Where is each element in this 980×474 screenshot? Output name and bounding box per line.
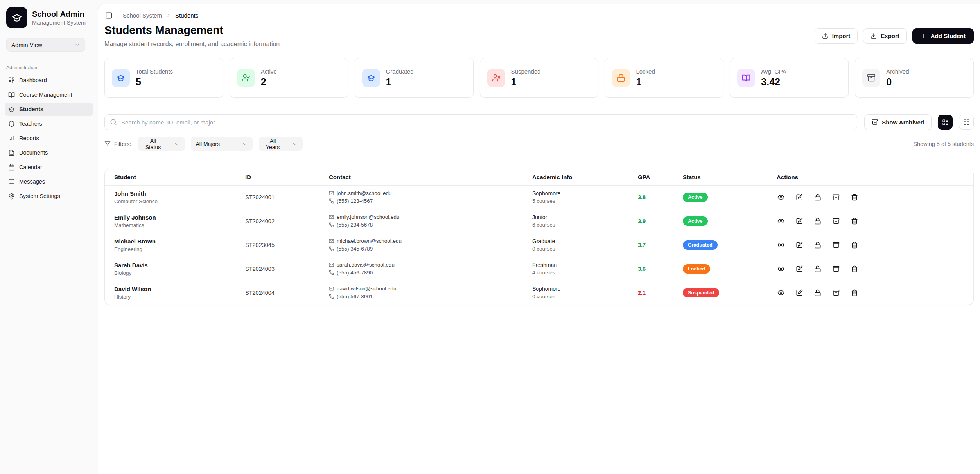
student-email: john.smith@school.edu	[337, 190, 392, 196]
lock-button[interactable]	[813, 193, 822, 202]
stat-card-locked: Locked1	[605, 58, 723, 98]
add-student-button-label: Add Student	[931, 32, 966, 39]
delete-button[interactable]	[850, 241, 859, 249]
student-year: Graduate	[532, 238, 625, 244]
sidebar-item-dashboard[interactable]: Dashboard	[5, 74, 93, 87]
delete-button[interactable]	[850, 193, 859, 202]
trash-icon	[851, 242, 858, 249]
lock-button[interactable]	[813, 217, 822, 225]
sidebar-item-label: System Settings	[19, 193, 60, 199]
view-button[interactable]	[777, 241, 785, 249]
student-name[interactable]: Michael Brown	[114, 238, 232, 245]
lock-button[interactable]	[813, 265, 822, 273]
edit-button[interactable]	[795, 241, 804, 249]
sidebar-item-reports[interactable]: Reports	[5, 132, 93, 145]
archive-icon	[833, 242, 840, 249]
role-selector-value: Admin View	[11, 41, 42, 48]
edit-icon	[796, 289, 803, 296]
sidebar-item-calendar[interactable]: Calendar	[5, 160, 93, 174]
list-view-toggle[interactable]	[938, 115, 953, 130]
stat-card-avg-gpa: Avg. GPA3.42	[730, 58, 849, 98]
column-header-student: Student	[105, 169, 236, 185]
student-year: Sophomore	[532, 286, 625, 292]
mail-icon	[329, 238, 334, 243]
panel-left-icon	[105, 12, 113, 19]
status-filter-select[interactable]: All Status	[138, 137, 185, 151]
gear-icon	[8, 193, 15, 200]
archive-button[interactable]	[832, 265, 840, 273]
stat-label: Graduated	[386, 68, 414, 75]
sidebar-toggle-button[interactable]	[104, 11, 113, 20]
phone-icon	[329, 246, 334, 251]
archive-icon	[833, 218, 840, 225]
sidebar-item-messages[interactable]: Messages	[5, 175, 93, 188]
edit-button[interactable]	[795, 288, 804, 297]
table-row: Michael Brown Engineering ST2023045 mich…	[105, 233, 973, 257]
lock-button[interactable]	[813, 288, 822, 297]
student-major: Mathematics	[114, 222, 232, 228]
archive-icon	[833, 265, 840, 272]
delete-button[interactable]	[850, 217, 859, 225]
view-button[interactable]	[777, 217, 785, 225]
export-button[interactable]: Export	[863, 28, 907, 44]
lock-icon	[612, 69, 630, 87]
trash-icon	[851, 194, 858, 201]
stat-value: 1	[386, 76, 414, 88]
student-major: Biology	[114, 270, 232, 276]
student-phone: (555) 345-6789	[337, 246, 373, 252]
stat-value: 3.42	[761, 76, 786, 88]
status-badge: Active	[683, 193, 708, 202]
delete-button[interactable]	[850, 288, 859, 297]
archive-button[interactable]	[832, 217, 840, 225]
file-text-icon	[8, 150, 15, 156]
edit-button[interactable]	[795, 265, 804, 273]
view-button[interactable]	[777, 265, 785, 273]
brand: School Admin Management System	[5, 6, 93, 29]
import-button[interactable]: Import	[815, 28, 858, 44]
student-name[interactable]: John Smith	[114, 190, 232, 197]
filters-bar: Filters: All Status All Majors All Years…	[104, 137, 974, 151]
dashboard-icon	[8, 77, 15, 84]
archive-button[interactable]	[832, 241, 840, 249]
message-icon	[8, 178, 15, 185]
archive-button[interactable]	[832, 288, 840, 297]
search-input[interactable]	[104, 114, 857, 130]
show-archived-button[interactable]: Show Archived	[864, 114, 932, 130]
student-phone: (555) 234-5678	[337, 222, 373, 228]
student-email: emily.johnson@school.edu	[337, 214, 400, 220]
brand-title: School Admin	[32, 9, 86, 19]
majors-filter-select[interactable]: All Majors	[191, 137, 253, 151]
view-button[interactable]	[777, 288, 785, 297]
sidebar-item-documents[interactable]: Documents	[5, 146, 93, 159]
sidebar-item-system-settings[interactable]: System Settings	[5, 189, 93, 203]
add-student-button[interactable]: Add Student	[912, 28, 974, 44]
sidebar-item-label: Students	[19, 106, 43, 112]
view-button[interactable]	[777, 193, 785, 202]
years-filter-select[interactable]: All Years	[259, 137, 303, 151]
sidebar-item-label: Calendar	[19, 164, 42, 170]
delete-button[interactable]	[850, 265, 859, 273]
student-name[interactable]: Emily Johnson	[114, 214, 232, 221]
student-courses: 4 courses	[532, 270, 625, 276]
status-badge: Graduated	[683, 240, 718, 250]
stat-value: 1	[511, 76, 541, 88]
sidebar-item-course-management[interactable]: Course Management	[5, 88, 93, 101]
breadcrumb-root[interactable]: School System	[123, 12, 162, 19]
page-header: Students Management Manage student recor…	[104, 24, 974, 48]
archive-button[interactable]	[832, 193, 840, 202]
sidebar-item-teachers[interactable]: Teachers	[5, 117, 93, 130]
grid-view-toggle[interactable]	[959, 115, 974, 130]
export-button-label: Export	[881, 32, 899, 39]
student-gpa: 3.6	[638, 266, 646, 272]
student-name[interactable]: David Wilson	[114, 286, 232, 292]
edit-button[interactable]	[795, 193, 804, 202]
lock-button[interactable]	[813, 241, 822, 249]
student-gpa: 2.1	[638, 290, 646, 296]
student-courses: 0 courses	[532, 246, 625, 252]
student-id: ST2024002	[245, 218, 275, 224]
sidebar-item-students[interactable]: Students	[5, 103, 93, 116]
lock-icon	[814, 265, 821, 272]
student-name[interactable]: Sarah Davis	[114, 262, 232, 269]
edit-button[interactable]	[795, 217, 804, 225]
role-selector[interactable]: Admin View	[6, 38, 85, 52]
